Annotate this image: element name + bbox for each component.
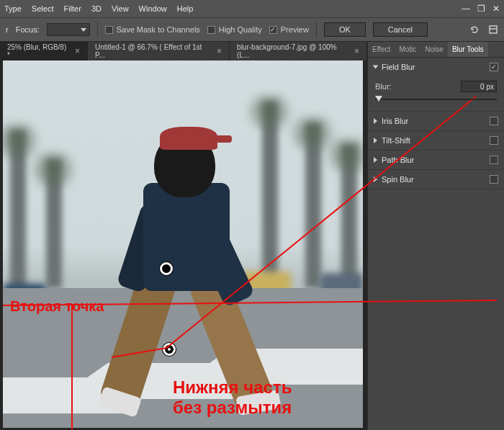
close-icon[interactable]: × — [217, 46, 222, 56]
tab-effect[interactable]: Effect — [368, 42, 395, 57]
canvas[interactable] — [3, 61, 363, 428]
close-icon[interactable]: ✕ — [492, 4, 500, 14]
feather-label: r — [6, 25, 9, 34]
section-header[interactable]: Iris Blur — [368, 112, 504, 130]
section-label: Field Blur — [382, 63, 485, 71]
section-toggle[interactable] — [490, 117, 498, 125]
close-icon[interactable]: × — [75, 46, 80, 56]
cancel-button[interactable]: Cancel — [373, 22, 428, 37]
section-header[interactable]: Spin Blur — [368, 170, 504, 189]
blur-pin-active[interactable] — [163, 343, 176, 356]
menu-item[interactable]: 3D — [91, 4, 102, 13]
section-toggle[interactable] — [490, 156, 498, 164]
checkbox-icon — [105, 26, 113, 34]
blur-tools-panel: Effect Motic Noise Blur Tools Field Blur… — [367, 42, 504, 430]
blur-pin[interactable] — [160, 262, 173, 275]
menu-item[interactable]: Window — [139, 4, 167, 13]
document-tab[interactable]: blur-background-7.jpg @ 100% (L... × — [230, 42, 367, 61]
section-label: Tilt-Shift — [382, 136, 485, 145]
tab-noise[interactable]: Noise — [420, 42, 448, 57]
document-tab[interactable]: 25% (Blur, RGB/8) * × — [0, 42, 88, 61]
tab-label: Untitled-1 @ 66.7% ( Effect of 1st P... — [95, 43, 212, 59]
save-mask-label: Save Mask to Channels — [117, 25, 200, 34]
minimize-icon[interactable]: — — [462, 4, 470, 14]
person — [104, 125, 291, 406]
panel-options-icon[interactable] — [488, 24, 498, 35]
ok-button[interactable]: OK — [324, 22, 366, 37]
expand-icon — [374, 118, 377, 124]
tab-label: blur-background-7.jpg @ 100% (L... — [237, 43, 350, 59]
annotation-text: без размытия — [173, 398, 292, 418]
section-label: Path Blur — [382, 156, 485, 164]
reset-icon[interactable] — [469, 24, 480, 35]
section-label: Iris Blur — [382, 117, 485, 125]
menu-bar: Type Select Filter 3D View Window Help —… — [0, 0, 504, 17]
options-bar: r Focus: Save Mask to Channels High Qual… — [0, 17, 504, 42]
preview-checkbox[interactable]: ✓ Preview — [269, 25, 309, 34]
save-mask-checkbox[interactable]: Save Mask to Channels — [105, 25, 200, 34]
high-quality-label: High Quality — [219, 25, 262, 34]
menu-item[interactable]: Help — [177, 4, 194, 13]
section-field-blur: Field Blur Blur: — [368, 58, 504, 112]
expand-icon — [374, 138, 377, 143]
menu-item[interactable]: Select — [32, 4, 54, 13]
blur-value-input[interactable] — [461, 81, 497, 92]
section-header[interactable]: Field Blur — [368, 58, 504, 76]
document-tab-strip: 25% (Blur, RGB/8) * × Untitled-1 @ 66.7%… — [0, 42, 367, 61]
section-path-blur: Path Blur — [368, 151, 504, 170]
svg-rect-0 — [490, 26, 497, 33]
expand-icon — [373, 66, 379, 69]
section-label: Spin Blur — [382, 175, 485, 184]
annotation-text: Вторая точка — [10, 298, 104, 315]
section-header[interactable]: Tilt-Shift — [368, 131, 504, 150]
section-toggle[interactable] — [490, 63, 498, 71]
blur-slider-label: Blur: — [375, 82, 392, 91]
section-header[interactable]: Path Blur — [368, 151, 504, 169]
checkbox-icon — [207, 26, 215, 34]
section-toggle[interactable] — [490, 175, 498, 184]
menu-item[interactable]: Filter — [63, 4, 81, 13]
window-controls: — ❐ ✕ — [462, 4, 500, 14]
panel-tabs: Effect Motic Noise Blur Tools — [368, 42, 504, 58]
focus-dropdown[interactable] — [47, 23, 90, 36]
tab-blur-tools[interactable]: Blur Tools — [448, 42, 488, 57]
tab-label: 25% (Blur, RGB/8) * — [7, 43, 71, 59]
slider-thumb-icon[interactable] — [375, 96, 382, 102]
section-tilt-shift: Tilt-Shift — [368, 131, 504, 151]
close-icon[interactable]: × — [354, 46, 359, 56]
expand-icon — [374, 176, 377, 182]
high-quality-checkbox[interactable]: High Quality — [207, 25, 262, 34]
menu-item[interactable]: View — [112, 4, 129, 13]
expand-icon — [374, 157, 377, 163]
section-iris-blur: Iris Blur — [368, 112, 504, 131]
chevron-down-icon — [81, 28, 86, 32]
preview-label: Preview — [281, 25, 309, 34]
section-spin-blur: Spin Blur — [368, 170, 504, 189]
menu-item[interactable]: Type — [4, 4, 22, 13]
section-toggle[interactable] — [490, 136, 498, 145]
checkbox-icon: ✓ — [269, 26, 277, 34]
blur-slider[interactable] — [375, 95, 497, 104]
document-area: 25% (Blur, RGB/8) * × Untitled-1 @ 66.7%… — [0, 42, 367, 430]
restore-icon[interactable]: ❐ — [477, 4, 485, 14]
annotation-text: Нижняя часть — [173, 377, 292, 398]
focus-label: Focus: — [16, 25, 40, 34]
document-tab[interactable]: Untitled-1 @ 66.7% ( Effect of 1st P... … — [88, 42, 230, 61]
tab-motion[interactable]: Motic — [395, 42, 420, 57]
